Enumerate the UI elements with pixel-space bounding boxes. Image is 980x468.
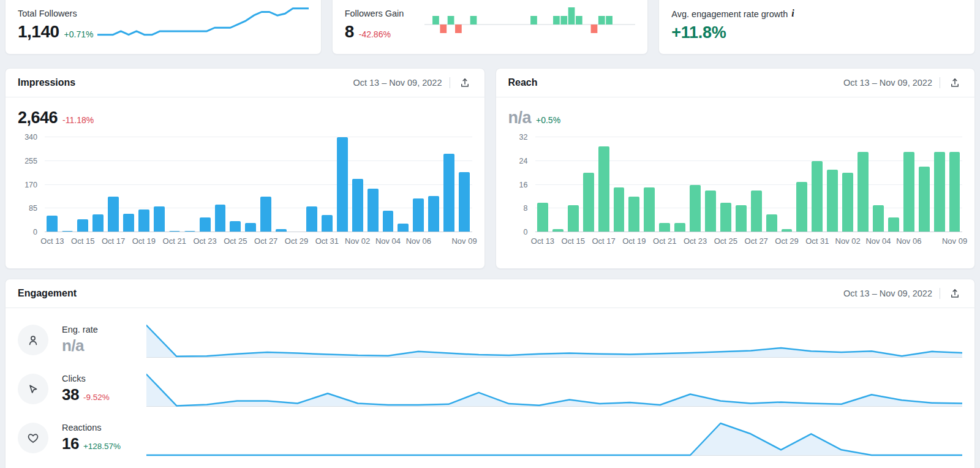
total-followers-sparkline — [97, 4, 309, 45]
bar — [200, 217, 211, 232]
export-icon — [949, 288, 960, 299]
heart-icon — [18, 423, 48, 453]
bar — [428, 196, 439, 232]
x-axis-tick: Oct 15 — [562, 236, 585, 246]
export-button[interactable] — [458, 75, 472, 90]
bar — [644, 187, 655, 232]
x-axis-tick: Oct 19 — [622, 236, 646, 246]
bar — [215, 205, 226, 232]
gridline — [45, 160, 472, 161]
engagement-row-clicks: Clicks 38 -9.52% — [6, 364, 974, 413]
bar — [443, 154, 454, 232]
x-axis-tick: Oct 27 — [745, 236, 768, 246]
export-button[interactable] — [948, 286, 962, 301]
gridline — [535, 137, 963, 137]
bar — [568, 205, 579, 232]
info-icon[interactable]: i — [791, 8, 794, 19]
bar — [352, 179, 363, 232]
y-axis-tick: 0 — [33, 228, 37, 236]
export-icon — [459, 77, 470, 88]
export-icon — [949, 77, 960, 88]
bar — [108, 197, 119, 232]
bar — [674, 223, 685, 232]
eng-rate-label: Eng. rate — [62, 325, 146, 334]
x-axis-tick: Nov 09 — [451, 236, 477, 246]
clicks-delta: -9.52% — [83, 393, 110, 402]
x-axis-tick: Oct 21 — [653, 236, 676, 246]
followers-gain-delta: -42.86% — [359, 29, 391, 39]
total-followers-value: 1,140 — [18, 22, 59, 42]
bar — [92, 214, 104, 232]
user-icon — [18, 325, 48, 355]
y-axis-tick: 170 — [24, 181, 37, 189]
y-axis-tick: 0 — [524, 228, 528, 236]
eng-rate-area-chart — [146, 321, 962, 359]
x-axis-tick: Oct 31 — [315, 236, 339, 246]
y-axis-tick: 85 — [29, 204, 37, 213]
bar — [138, 209, 149, 232]
bar — [260, 197, 271, 232]
date-range-label: Oct 13 – Nov 09, 2022 — [843, 78, 932, 88]
x-axis-tick: Oct 23 — [684, 236, 707, 246]
reach-delta: +0.5% — [536, 115, 560, 125]
x-axis-tick: Oct 15 — [71, 236, 94, 246]
bar — [934, 152, 945, 232]
bar — [751, 191, 762, 232]
total-followers-card: Total Followers 1,140 +0.71% — [5, 0, 322, 55]
bar — [398, 224, 409, 232]
summary-row: Total Followers 1,140 +0.71% Followers G… — [0, 0, 980, 55]
bar — [720, 203, 731, 232]
bar — [919, 167, 930, 232]
x-axis-tick: Oct 27 — [254, 236, 277, 246]
followers-gain-value: 8 — [345, 22, 354, 42]
bar — [322, 215, 333, 232]
x-axis-tick: Oct 31 — [805, 236, 829, 246]
divider — [940, 288, 940, 299]
x-axis-tick: Oct 19 — [132, 236, 156, 246]
divider — [940, 77, 940, 88]
gridline — [45, 184, 472, 185]
reach-panel: Reach Oct 13 – Nov 09, 2022 n/a +0.5% — [496, 68, 976, 269]
gridline — [535, 232, 963, 232]
impressions-panel: Impressions Oct 13 – Nov 09, 2022 2,646 … — [5, 68, 485, 269]
x-axis-tick: Nov 06 — [406, 236, 431, 246]
impressions-total: 2,646 — [18, 108, 58, 127]
avg-engagement-label: Avg. engagement rate growthi — [671, 9, 962, 20]
social-analytics-dashboard: Total Followers 1,140 +0.71% Followers G… — [0, 0, 980, 468]
export-button[interactable] — [948, 75, 962, 90]
bar — [705, 191, 716, 232]
y-axis-tick: 340 — [24, 133, 37, 142]
bar — [796, 182, 807, 232]
x-axis-tick: Nov 06 — [896, 236, 921, 246]
bar — [766, 214, 777, 232]
bar — [659, 223, 670, 232]
y-axis-tick: 24 — [519, 157, 528, 165]
cursor-icon — [18, 374, 48, 404]
bar — [736, 205, 747, 232]
bar — [383, 211, 394, 232]
engagement-panel: Engagement Oct 13 – Nov 09, 2022 Eng. ra… — [5, 279, 975, 468]
bar — [949, 152, 960, 232]
bar — [306, 206, 317, 232]
reactions-label: Reactions — [62, 423, 146, 432]
total-followers-delta: +0.71% — [64, 29, 94, 39]
charts-row: Impressions Oct 13 – Nov 09, 2022 2,646 … — [0, 68, 980, 269]
x-axis-tick: Oct 25 — [714, 236, 737, 246]
bar — [368, 189, 379, 232]
bar — [842, 173, 853, 232]
y-axis-tick: 32 — [519, 133, 528, 142]
gridline — [45, 232, 472, 232]
impressions-delta: -11.18% — [62, 115, 94, 125]
date-range-label: Oct 13 – Nov 09, 2022 — [353, 78, 442, 88]
x-axis-tick: Oct 23 — [193, 236, 216, 246]
bar — [537, 203, 548, 232]
bar — [812, 161, 823, 232]
bar — [903, 152, 914, 232]
bar — [827, 170, 838, 232]
avg-engagement-value: +11.8% — [671, 23, 962, 42]
clicks-label: Clicks — [62, 374, 146, 383]
bar — [628, 197, 639, 232]
engagement-row-eng-rate: Eng. rate n/a — [6, 315, 974, 364]
eng-rate-value: n/a — [62, 336, 84, 355]
bar — [614, 187, 625, 232]
